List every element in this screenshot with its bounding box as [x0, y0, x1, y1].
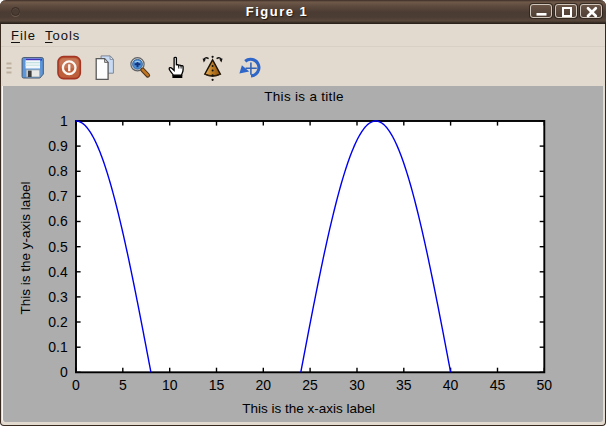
- svg-text:0.6: 0.6: [48, 213, 68, 229]
- svg-text:20: 20: [256, 377, 272, 393]
- svg-text:35: 35: [396, 377, 412, 393]
- svg-text:This is a title: This is a title: [264, 89, 344, 104]
- svg-text:40: 40: [443, 377, 459, 393]
- svg-text:10: 10: [162, 377, 178, 393]
- svg-text:0.7: 0.7: [48, 188, 68, 204]
- svg-text:50: 50: [537, 377, 553, 393]
- svg-text:0.5: 0.5: [48, 239, 68, 255]
- svg-text:0.9: 0.9: [48, 138, 68, 154]
- svg-text:0.2: 0.2: [48, 314, 68, 330]
- svg-text:0.4: 0.4: [48, 264, 68, 280]
- svg-text:0: 0: [72, 377, 80, 393]
- svg-text:5: 5: [119, 377, 127, 393]
- svg-text:This is the x-axis label: This is the x-axis label: [242, 401, 375, 416]
- svg-text:0.8: 0.8: [48, 163, 68, 179]
- svg-text:45: 45: [490, 377, 506, 393]
- svg-text:25: 25: [302, 377, 318, 393]
- svg-text:30: 30: [349, 377, 365, 393]
- svg-text:0.1: 0.1: [48, 339, 68, 355]
- svg-text:0: 0: [60, 364, 68, 380]
- svg-text:1: 1: [60, 113, 68, 129]
- svg-text:15: 15: [209, 377, 225, 393]
- svg-text:This is the y-axis label: This is the y-axis label: [18, 182, 33, 315]
- svg-text:0.3: 0.3: [48, 289, 68, 305]
